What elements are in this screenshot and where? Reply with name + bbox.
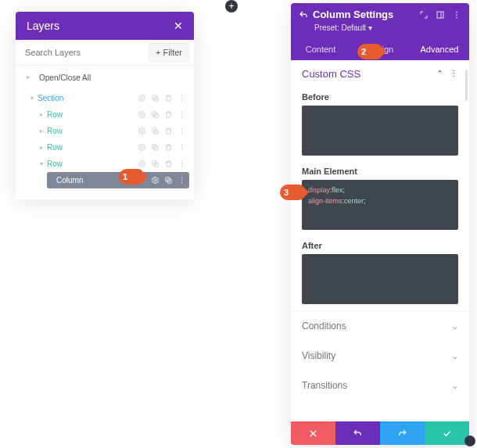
svg-point-17 [181, 133, 182, 134]
custom-css-after-label: After [302, 241, 458, 250]
discard-button[interactable] [291, 421, 335, 445]
more-icon[interactable] [178, 143, 186, 152]
chevron-right-icon: ▸ [38, 111, 45, 118]
chevron-right-icon: ▸ [38, 127, 45, 134]
tab-content[interactable]: Content [291, 38, 350, 60]
preset-selector[interactable]: Preset: Default ▾ [291, 22, 469, 38]
settings-body: Custom CSS ⌃ ⋮ Before Main Element displ… [291, 60, 469, 421]
custom-css-before-label: Before [302, 92, 458, 102]
more-icon[interactable] [178, 127, 186, 135]
accordion-visibility[interactable]: Visibility ⌄ [291, 341, 469, 371]
custom-css-before-input[interactable] [302, 106, 458, 156]
close-icon[interactable]: ✕ [174, 20, 183, 32]
plus-icon: + [156, 48, 160, 57]
chevron-down-icon: ▾ [28, 95, 36, 102]
svg-point-0 [141, 97, 143, 99]
trash-icon[interactable] [164, 159, 173, 168]
trash-icon[interactable] [164, 143, 173, 152]
back-icon[interactable] [299, 10, 308, 20]
search-input[interactable] [16, 41, 144, 64]
duplicate-icon[interactable] [151, 110, 160, 119]
snap-icon[interactable] [436, 10, 445, 20]
custom-css-main-label: Main Element [302, 167, 458, 176]
layer-row[interactable]: ▸ Row [38, 123, 189, 139]
redo-button[interactable] [380, 421, 425, 445]
accordion-transitions[interactable]: Transitions ⌄ [291, 371, 469, 400]
gear-icon[interactable] [138, 159, 146, 168]
layers-header: Layers ✕ [16, 12, 194, 40]
trash-icon[interactable] [164, 127, 173, 135]
more-icon[interactable]: ⋮ [450, 69, 458, 79]
expand-icon[interactable] [419, 10, 429, 20]
accordion-conditions[interactable]: Conditions ⌄ [291, 311, 469, 341]
svg-point-30 [154, 179, 156, 181]
gear-icon[interactable] [138, 127, 146, 135]
corner-handle[interactable] [464, 435, 475, 446]
open-close-all[interactable]: ▸ Open/Close All [16, 66, 194, 90]
svg-point-10 [181, 114, 182, 115]
svg-point-27 [181, 161, 182, 162]
layer-section[interactable]: ▾ Section [28, 90, 189, 106]
scrollbar[interactable] [465, 70, 468, 101]
duplicate-icon[interactable] [164, 176, 173, 185]
settings-panel: Column Settings Preset: Default ▾ Conten… [291, 3, 469, 445]
svg-point-15 [181, 128, 182, 129]
callout-3: 3 [280, 185, 302, 200]
chevron-right-icon: ▸ [38, 144, 45, 151]
layer-column-selected[interactable]: Column [47, 172, 189, 188]
svg-point-29 [181, 166, 182, 167]
svg-point-11 [181, 116, 182, 117]
chevron-down-icon: ▾ [38, 160, 45, 167]
svg-point-33 [181, 177, 182, 178]
chevron-up-icon[interactable]: ⌃ [436, 69, 443, 79]
chevron-down-icon: ⌄ [451, 351, 458, 361]
layers-tree: ▾ Section ▸ Row ▸ Row [16, 90, 194, 199]
more-icon[interactable] [178, 159, 186, 168]
svg-point-16 [181, 131, 182, 131]
undo-button[interactable] [335, 421, 380, 445]
svg-point-22 [181, 147, 182, 148]
duplicate-icon[interactable] [151, 143, 160, 152]
save-button[interactable] [425, 421, 469, 445]
svg-point-24 [141, 163, 143, 165]
filter-label: Filter [163, 48, 182, 57]
svg-point-23 [181, 149, 182, 150]
svg-point-39 [456, 14, 457, 16]
svg-point-5 [181, 100, 182, 101]
svg-point-40 [456, 16, 457, 18]
duplicate-icon[interactable] [151, 127, 160, 135]
more-icon[interactable] [178, 94, 186, 102]
layer-row[interactable]: ▸ Row [38, 139, 189, 156]
svg-point-6 [141, 113, 143, 116]
duplicate-icon[interactable] [151, 94, 160, 102]
gear-icon[interactable] [138, 110, 146, 119]
gear-icon[interactable] [138, 94, 146, 102]
duplicate-icon[interactable] [151, 159, 160, 168]
layer-row[interactable]: ▸ Row [38, 106, 189, 123]
svg-point-38 [456, 11, 457, 13]
more-icon[interactable] [178, 110, 186, 119]
custom-css-heading[interactable]: Custom CSS ⌃ ⋮ [291, 60, 469, 88]
chevron-down-icon: ▾ [366, 23, 372, 32]
layer-row[interactable]: ▾ Row [38, 156, 189, 172]
gear-icon[interactable] [138, 143, 146, 152]
layers-filter-bar: + Filter [16, 40, 194, 66]
trash-icon[interactable] [164, 94, 173, 102]
svg-point-9 [181, 112, 182, 113]
tab-advanced[interactable]: Advanced [410, 38, 469, 60]
layers-panel: Layers ✕ + Filter ▸ Open/Close All ▾ Sec… [16, 12, 194, 199]
svg-point-35 [181, 182, 182, 183]
svg-point-28 [181, 163, 182, 164]
add-module-button[interactable]: + [225, 0, 238, 13]
trash-icon[interactable] [164, 110, 173, 119]
svg-point-4 [181, 98, 182, 99]
action-bar [291, 421, 469, 445]
more-icon[interactable] [178, 176, 186, 185]
svg-point-21 [181, 145, 182, 145]
settings-title: Column Settings [313, 9, 412, 20]
custom-css-main-input[interactable]: display:flex; align-items:center; [302, 180, 458, 230]
gear-icon[interactable] [151, 176, 160, 185]
more-icon[interactable] [452, 10, 461, 20]
filter-button[interactable]: + Filter [149, 43, 189, 62]
custom-css-after-input[interactable] [302, 254, 458, 304]
